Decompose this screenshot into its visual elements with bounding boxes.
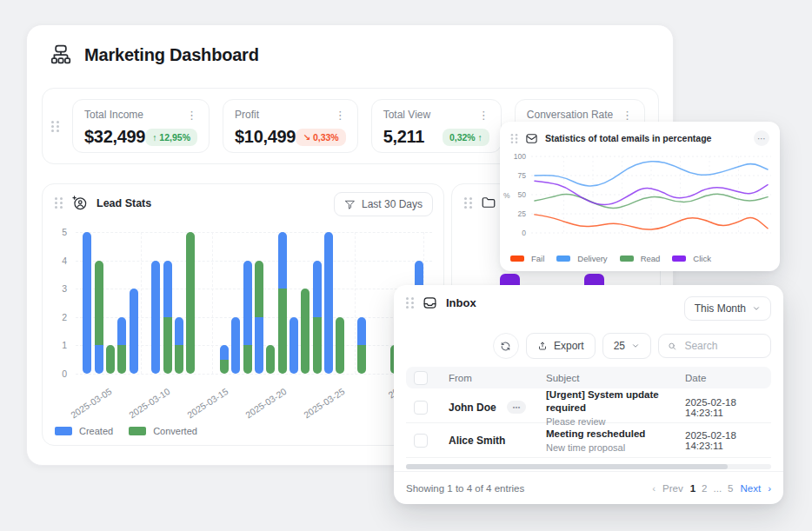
kebab-menu-icon[interactable]: ⋮: [622, 110, 633, 121]
lead-stats-bar: [106, 345, 115, 374]
lead-stats-bar: [243, 261, 252, 374]
x-axis-labels: 2025-03-052025-03-102025-03-152025-03-20…: [76, 381, 432, 415]
kebab-menu-icon[interactable]: ⋮: [478, 110, 489, 121]
trend-badge: ↘ 0,33%: [296, 129, 346, 146]
prev-button[interactable]: Prev: [662, 483, 683, 494]
table-row[interactable]: Alice SmithMeeting rescheduledNew time p…: [406, 423, 771, 458]
column-header-subject: Subject: [546, 373, 685, 383]
sender-name: John Doe: [449, 402, 496, 414]
page-button[interactable]: 5: [728, 483, 733, 494]
email-line-chart: [531, 155, 771, 238]
email-preview: New time proposal: [546, 442, 685, 453]
envelope-icon: [525, 132, 538, 145]
x-tick-label: 2025-03-15: [179, 386, 230, 424]
stat-card-total-view: Total View ⋮ 5,211 0,32% ↑: [371, 99, 502, 153]
legend-item-delivery: Delivery: [556, 254, 607, 263]
legend-item-click: Click: [672, 254, 711, 263]
page-size-select[interactable]: 25: [602, 333, 651, 359]
dashboard-header: Marketing Dashboard: [49, 43, 259, 67]
legend-item-fail: Fail: [510, 254, 544, 263]
x-tick-label: 2025-03-25: [296, 386, 347, 424]
lead-stats-bar: [83, 232, 91, 374]
next-chevron-icon[interactable]: ›: [768, 483, 771, 494]
email-stats-panel: Statistics of total emails in percentage…: [500, 122, 780, 271]
lead-stats-bar: [186, 232, 195, 374]
refresh-button[interactable]: [493, 333, 519, 359]
legend-item-created: Created: [55, 426, 113, 436]
email-preview: Please review: [546, 416, 685, 427]
stat-card-profit: Profit ⋮ $10,499 ↘ 0,33%: [223, 99, 358, 153]
entries-summary: Showing 1 to 4 of 4 entries: [406, 483, 524, 494]
chevron-down-icon: [631, 342, 640, 350]
kebab-menu-icon[interactable]: ⋮: [186, 110, 197, 121]
lead-stats-chart: [76, 232, 432, 374]
search-icon: [668, 341, 676, 352]
trend-badge: ↑ 12,95%: [145, 129, 197, 146]
stat-card-total-income: Total Income ⋮ $32,499 ↑ 12,95%: [72, 99, 210, 153]
date-filter-button[interactable]: Last 30 Days: [334, 192, 433, 216]
stat-label: Conversation Rate: [527, 109, 613, 121]
refresh-icon: [500, 341, 511, 352]
legend-chip: [55, 427, 72, 435]
y-tick-label: 75: [507, 171, 526, 180]
inbox-table: From Subject Date John Doe⋯[Urgent] Syst…: [406, 367, 771, 458]
row-checkbox[interactable]: [414, 434, 428, 448]
x-tick-label: 2025-03-05: [63, 386, 114, 424]
prev-chevron-icon[interactable]: ‹: [652, 483, 656, 494]
line-series-delivery: [535, 162, 768, 186]
period-select[interactable]: This Month: [684, 296, 771, 321]
period-label: This Month: [695, 302, 746, 315]
lead-stats-bar: [301, 289, 309, 374]
horizontal-scrollbar[interactable]: [406, 464, 771, 469]
inbox-toolbar: Export 25: [493, 333, 771, 359]
folder-icon: [481, 195, 496, 210]
drag-handle[interactable]: [55, 197, 63, 209]
export-icon: [537, 341, 548, 351]
y-tick-label: 5: [50, 227, 67, 237]
panel-menu-button[interactable]: ⋯: [754, 130, 769, 146]
page-size-value: 25: [614, 340, 625, 352]
lead-stats-bar: [95, 261, 103, 374]
y-tick-label: 1: [50, 340, 67, 350]
table-row[interactable]: John Doe⋯[Urgent] System update required…: [406, 388, 771, 423]
drag-handle[interactable]: [51, 121, 59, 132]
stat-value: 5,211: [383, 127, 424, 147]
x-tick-label: 2025-03-10: [121, 386, 172, 424]
email-date: 2025-02-18 14:23:11: [685, 397, 771, 418]
select-all-checkbox[interactable]: [414, 371, 428, 385]
dashboard-page: Marketing Dashboard Total Income ⋮ $32,4…: [0, 0, 812, 531]
search-input[interactable]: [682, 339, 762, 353]
stat-value: $10,499: [235, 127, 296, 147]
page-button[interactable]: 2: [702, 483, 707, 494]
drag-handle[interactable]: [464, 197, 472, 209]
email-subject: [Urgent] System update required: [546, 388, 685, 415]
kebab-menu-icon[interactable]: ⋮: [335, 110, 346, 121]
row-checkbox[interactable]: [414, 401, 428, 415]
y-tick-label: 0: [507, 229, 526, 237]
y-tick-label: 3: [50, 283, 67, 294]
inbox-icon: [423, 295, 437, 310]
column-header-date: Date: [685, 373, 771, 383]
lead-stats-bar: [220, 345, 229, 374]
page-button[interactable]: 1: [690, 483, 696, 494]
next-button[interactable]: Next: [741, 483, 762, 494]
lead-stats-bar: [313, 261, 322, 374]
lead-stats-bar: [266, 345, 275, 374]
row-menu-button[interactable]: ⋯: [507, 401, 526, 414]
page-title: Marketing Dashboard: [84, 45, 259, 65]
scrollbar-thumb[interactable]: [406, 464, 728, 469]
export-button[interactable]: Export: [526, 333, 596, 359]
lead-stats-bar: [163, 261, 172, 374]
drag-handle[interactable]: [406, 297, 414, 309]
lead-stats-bar: [290, 317, 298, 374]
legend-chip: [129, 427, 146, 435]
column-header-from: From: [449, 373, 546, 383]
y-tick-label: 50: [507, 190, 526, 199]
funnel-icon: [344, 199, 356, 210]
stat-label: Total View: [383, 109, 430, 121]
email-chart-legend: Fail Delivery Read Click: [510, 254, 711, 263]
lead-user-icon: [71, 195, 88, 211]
email-subject: Meeting rescheduled: [546, 428, 685, 441]
drag-handle[interactable]: [511, 133, 518, 143]
stat-label: Total Income: [84, 109, 143, 121]
